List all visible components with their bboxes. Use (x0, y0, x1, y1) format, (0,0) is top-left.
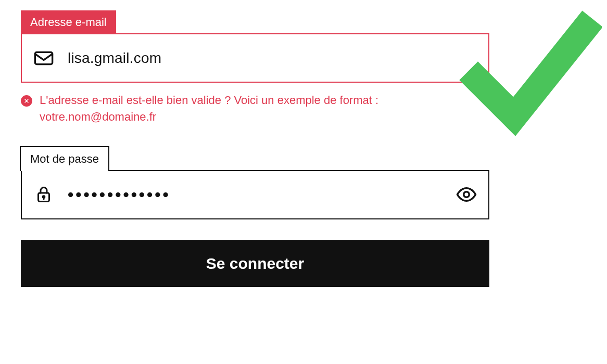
password-input[interactable]: ••••••••••••• (68, 185, 455, 204)
lock-icon (32, 183, 55, 206)
email-error-row: L'adresse e-mail est-elle bien valide ? … (21, 92, 489, 125)
password-field-group: Mot de passe ••••••••••••• (21, 146, 489, 219)
email-input-row[interactable] (21, 33, 489, 83)
login-form: Adresse e-mail L'adresse e-mail est-elle… (21, 10, 489, 287)
error-icon (21, 95, 32, 107)
login-button[interactable]: Se connecter (21, 240, 489, 287)
email-field-group: Adresse e-mail (21, 10, 489, 83)
email-label: Adresse e-mail (21, 10, 116, 34)
eye-icon[interactable] (455, 183, 478, 206)
svg-rect-0 (35, 52, 52, 64)
password-label: Mot de passe (20, 146, 109, 171)
email-input[interactable] (68, 50, 478, 67)
envelope-icon (32, 47, 55, 70)
password-input-row[interactable]: ••••••••••••• (21, 170, 489, 219)
svg-point-3 (464, 192, 470, 198)
email-error-text: L'adresse e-mail est-elle bien valide ? … (40, 92, 435, 125)
